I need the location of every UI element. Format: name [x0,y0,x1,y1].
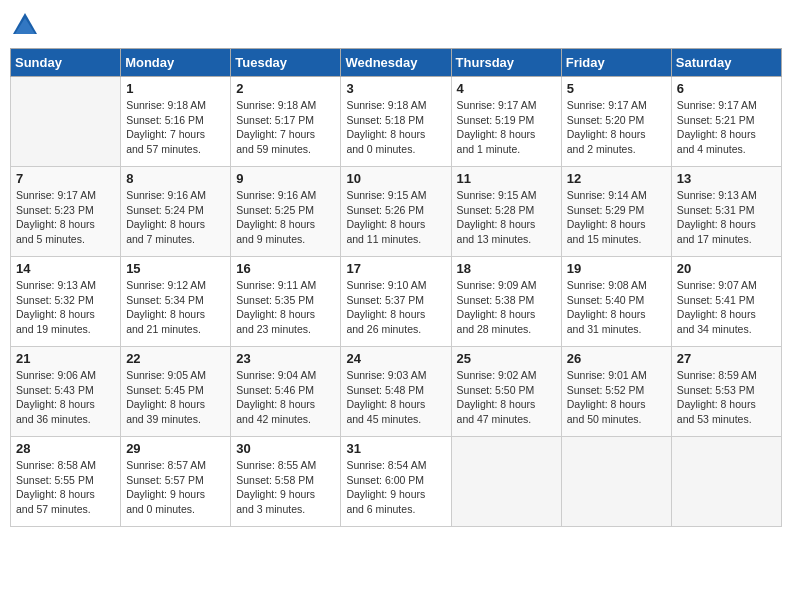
day-number: 14 [16,261,115,276]
week-row-2: 7Sunrise: 9:17 AMSunset: 5:23 PMDaylight… [11,167,782,257]
day-cell: 8Sunrise: 9:16 AMSunset: 5:24 PMDaylight… [121,167,231,257]
day-number: 4 [457,81,556,96]
logo [10,10,44,40]
day-cell: 20Sunrise: 9:07 AMSunset: 5:41 PMDayligh… [671,257,781,347]
week-row-1: 1Sunrise: 9:18 AMSunset: 5:16 PMDaylight… [11,77,782,167]
day-cell: 14Sunrise: 9:13 AMSunset: 5:32 PMDayligh… [11,257,121,347]
day-number: 10 [346,171,445,186]
day-info: Sunrise: 9:18 AMSunset: 5:16 PMDaylight:… [126,98,225,157]
day-info: Sunrise: 9:17 AMSunset: 5:19 PMDaylight:… [457,98,556,157]
day-cell: 27Sunrise: 8:59 AMSunset: 5:53 PMDayligh… [671,347,781,437]
day-info: Sunrise: 8:59 AMSunset: 5:53 PMDaylight:… [677,368,776,427]
day-cell [561,437,671,527]
day-cell: 25Sunrise: 9:02 AMSunset: 5:50 PMDayligh… [451,347,561,437]
day-info: Sunrise: 9:18 AMSunset: 5:18 PMDaylight:… [346,98,445,157]
day-cell [11,77,121,167]
day-info: Sunrise: 9:01 AMSunset: 5:52 PMDaylight:… [567,368,666,427]
col-header-thursday: Thursday [451,49,561,77]
day-number: 5 [567,81,666,96]
day-number: 9 [236,171,335,186]
day-cell: 22Sunrise: 9:05 AMSunset: 5:45 PMDayligh… [121,347,231,437]
day-info: Sunrise: 9:18 AMSunset: 5:17 PMDaylight:… [236,98,335,157]
day-info: Sunrise: 9:06 AMSunset: 5:43 PMDaylight:… [16,368,115,427]
day-number: 26 [567,351,666,366]
day-number: 22 [126,351,225,366]
day-number: 16 [236,261,335,276]
logo-icon [10,10,40,40]
day-cell: 10Sunrise: 9:15 AMSunset: 5:26 PMDayligh… [341,167,451,257]
week-row-5: 28Sunrise: 8:58 AMSunset: 5:55 PMDayligh… [11,437,782,527]
day-cell: 17Sunrise: 9:10 AMSunset: 5:37 PMDayligh… [341,257,451,347]
day-number: 20 [677,261,776,276]
day-info: Sunrise: 9:15 AMSunset: 5:28 PMDaylight:… [457,188,556,247]
day-cell: 18Sunrise: 9:09 AMSunset: 5:38 PMDayligh… [451,257,561,347]
day-cell: 16Sunrise: 9:11 AMSunset: 5:35 PMDayligh… [231,257,341,347]
day-info: Sunrise: 9:17 AMSunset: 5:23 PMDaylight:… [16,188,115,247]
day-cell: 11Sunrise: 9:15 AMSunset: 5:28 PMDayligh… [451,167,561,257]
day-cell [451,437,561,527]
day-cell: 23Sunrise: 9:04 AMSunset: 5:46 PMDayligh… [231,347,341,437]
col-header-tuesday: Tuesday [231,49,341,77]
day-info: Sunrise: 9:13 AMSunset: 5:32 PMDaylight:… [16,278,115,337]
day-number: 21 [16,351,115,366]
day-info: Sunrise: 9:16 AMSunset: 5:25 PMDaylight:… [236,188,335,247]
day-cell: 29Sunrise: 8:57 AMSunset: 5:57 PMDayligh… [121,437,231,527]
day-number: 27 [677,351,776,366]
day-info: Sunrise: 9:03 AMSunset: 5:48 PMDaylight:… [346,368,445,427]
day-number: 1 [126,81,225,96]
day-number: 18 [457,261,556,276]
day-cell: 13Sunrise: 9:13 AMSunset: 5:31 PMDayligh… [671,167,781,257]
day-number: 17 [346,261,445,276]
day-cell: 5Sunrise: 9:17 AMSunset: 5:20 PMDaylight… [561,77,671,167]
day-info: Sunrise: 9:10 AMSunset: 5:37 PMDaylight:… [346,278,445,337]
day-number: 7 [16,171,115,186]
day-number: 24 [346,351,445,366]
day-cell: 19Sunrise: 9:08 AMSunset: 5:40 PMDayligh… [561,257,671,347]
col-header-friday: Friday [561,49,671,77]
day-number: 19 [567,261,666,276]
day-number: 23 [236,351,335,366]
day-cell: 15Sunrise: 9:12 AMSunset: 5:34 PMDayligh… [121,257,231,347]
day-info: Sunrise: 8:54 AMSunset: 6:00 PMDaylight:… [346,458,445,517]
day-info: Sunrise: 9:09 AMSunset: 5:38 PMDaylight:… [457,278,556,337]
day-cell: 31Sunrise: 8:54 AMSunset: 6:00 PMDayligh… [341,437,451,527]
day-info: Sunrise: 9:13 AMSunset: 5:31 PMDaylight:… [677,188,776,247]
day-info: Sunrise: 9:08 AMSunset: 5:40 PMDaylight:… [567,278,666,337]
day-cell: 4Sunrise: 9:17 AMSunset: 5:19 PMDaylight… [451,77,561,167]
week-row-4: 21Sunrise: 9:06 AMSunset: 5:43 PMDayligh… [11,347,782,437]
day-number: 13 [677,171,776,186]
day-number: 3 [346,81,445,96]
day-cell: 7Sunrise: 9:17 AMSunset: 5:23 PMDaylight… [11,167,121,257]
day-info: Sunrise: 9:16 AMSunset: 5:24 PMDaylight:… [126,188,225,247]
day-number: 6 [677,81,776,96]
day-info: Sunrise: 9:12 AMSunset: 5:34 PMDaylight:… [126,278,225,337]
day-info: Sunrise: 9:14 AMSunset: 5:29 PMDaylight:… [567,188,666,247]
day-number: 30 [236,441,335,456]
day-cell: 21Sunrise: 9:06 AMSunset: 5:43 PMDayligh… [11,347,121,437]
day-number: 28 [16,441,115,456]
col-header-monday: Monday [121,49,231,77]
day-cell: 2Sunrise: 9:18 AMSunset: 5:17 PMDaylight… [231,77,341,167]
day-cell: 12Sunrise: 9:14 AMSunset: 5:29 PMDayligh… [561,167,671,257]
day-info: Sunrise: 9:11 AMSunset: 5:35 PMDaylight:… [236,278,335,337]
day-cell: 1Sunrise: 9:18 AMSunset: 5:16 PMDaylight… [121,77,231,167]
day-cell [671,437,781,527]
day-cell: 3Sunrise: 9:18 AMSunset: 5:18 PMDaylight… [341,77,451,167]
day-info: Sunrise: 9:17 AMSunset: 5:20 PMDaylight:… [567,98,666,157]
page-header [10,10,782,40]
day-number: 31 [346,441,445,456]
day-cell: 30Sunrise: 8:55 AMSunset: 5:58 PMDayligh… [231,437,341,527]
day-cell: 24Sunrise: 9:03 AMSunset: 5:48 PMDayligh… [341,347,451,437]
day-info: Sunrise: 8:58 AMSunset: 5:55 PMDaylight:… [16,458,115,517]
day-number: 29 [126,441,225,456]
col-header-sunday: Sunday [11,49,121,77]
day-number: 2 [236,81,335,96]
day-number: 11 [457,171,556,186]
day-cell: 28Sunrise: 8:58 AMSunset: 5:55 PMDayligh… [11,437,121,527]
day-info: Sunrise: 9:17 AMSunset: 5:21 PMDaylight:… [677,98,776,157]
day-cell: 9Sunrise: 9:16 AMSunset: 5:25 PMDaylight… [231,167,341,257]
calendar-table: SundayMondayTuesdayWednesdayThursdayFrid… [10,48,782,527]
day-number: 12 [567,171,666,186]
day-info: Sunrise: 8:57 AMSunset: 5:57 PMDaylight:… [126,458,225,517]
week-row-3: 14Sunrise: 9:13 AMSunset: 5:32 PMDayligh… [11,257,782,347]
